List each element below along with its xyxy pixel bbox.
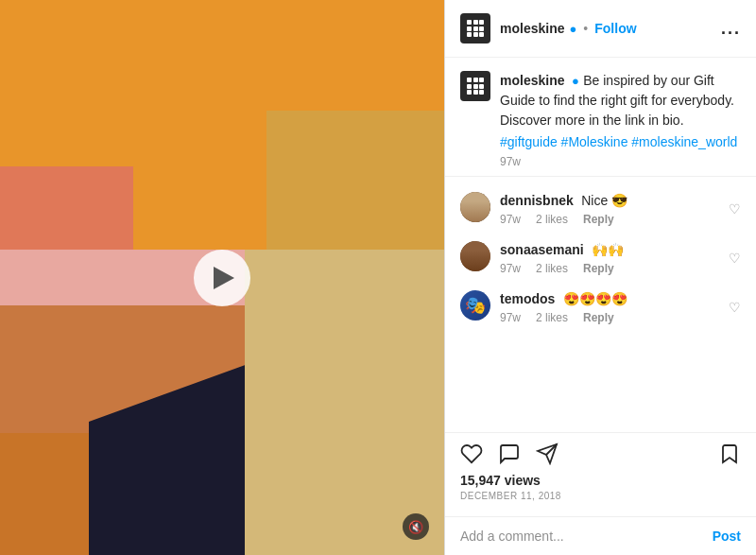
verified-badge-icon: ● <box>569 22 576 36</box>
caption-area: moleskine ● Be inspired by our Gift Guid… <box>445 58 756 177</box>
actions-bar: 15,947 views December 11, 2018 <box>445 432 756 516</box>
mute-button[interactable]: 🔇 <box>403 513 429 540</box>
caption-time: 97w <box>500 155 741 168</box>
comment-body: dennisbnek Nice 😎 97w 2 likes Reply <box>500 192 741 226</box>
comment-heart-icon-2[interactable]: ♡ <box>729 300 741 315</box>
comment-text-1: 🙌🙌 <box>592 242 624 257</box>
bookmark-button[interactable] <box>718 442 741 465</box>
comment-avatar-sona[interactable] <box>460 241 490 271</box>
caption-hashtags[interactable]: #giftguide #Moleskine #moleskine_world <box>500 134 741 149</box>
comment-likes-0: 2 likes <box>536 213 568 226</box>
caption-avatar[interactable] <box>460 71 490 101</box>
header-username-area: moleskine ● • Follow <box>500 21 713 36</box>
comment-time-1: 97w <box>500 262 521 275</box>
caption-verified-icon: ● <box>572 74 579 88</box>
more-options-button[interactable]: ... <box>721 19 741 39</box>
add-comment-row: Post <box>445 516 756 555</box>
comment-avatar-dennis[interactable] <box>460 192 490 222</box>
dot-separator: • <box>583 21 588 36</box>
share-button[interactable] <box>536 442 558 465</box>
comment-body: sonaasemani 🙌🙌 97w 2 likes Reply <box>500 241 741 275</box>
comment-item: sonaasemani 🙌🙌 97w 2 likes Reply ♡ <box>445 234 756 283</box>
post-comment-button[interactable]: Post <box>713 529 741 544</box>
comments-area: dennisbnek Nice 😎 97w 2 likes Reply ♡ so… <box>445 177 756 432</box>
comment-body: temodos 😍😍😍😍 97w 2 likes Reply <box>500 290 741 324</box>
info-panel: moleskine ● • Follow ... <box>444 0 756 555</box>
add-comment-input[interactable] <box>460 529 713 544</box>
caption-logo-icon <box>467 78 484 95</box>
header-username[interactable]: moleskine <box>500 21 564 36</box>
comment-item: dennisbnek Nice 😎 97w 2 likes Reply ♡ <box>445 184 756 234</box>
comment-likes-2: 2 likes <box>536 311 568 324</box>
caption-username[interactable]: moleskine <box>500 73 564 88</box>
views-count: 15,947 views <box>460 473 741 488</box>
post-header: moleskine ● • Follow ... <box>445 0 756 58</box>
comment-heart-icon-0[interactable]: ♡ <box>729 201 741 217</box>
comment-reply-2[interactable]: Reply <box>583 311 614 324</box>
post-date: December 11, 2018 <box>460 491 741 501</box>
comment-time-0: 97w <box>500 213 521 226</box>
play-button[interactable] <box>194 250 250 306</box>
comment-item: 🎭 temodos 😍😍😍😍 97w 2 likes Reply ♡ <box>445 283 756 332</box>
follow-button[interactable]: Follow <box>594 21 636 36</box>
mute-icon: 🔇 <box>408 520 423 534</box>
comment-username-1[interactable]: sonaasemani <box>500 242 584 257</box>
comment-button[interactable] <box>498 442 521 465</box>
play-icon <box>214 267 234 289</box>
comment-text-0: Nice 😎 <box>581 193 627 208</box>
comment-reply-0[interactable]: Reply <box>583 213 614 226</box>
caption-content: moleskine ● Be inspired by our Gift Guid… <box>500 71 741 168</box>
comment-reply-1[interactable]: Reply <box>583 262 614 275</box>
comment-username-2[interactable]: temodos <box>500 291 555 306</box>
moleskine-logo-icon <box>467 20 484 37</box>
comment-likes-1: 2 likes <box>536 262 568 275</box>
comment-username-0[interactable]: dennisbnek <box>500 193 574 208</box>
video-panel: 🔇 <box>0 0 444 555</box>
comment-time-2: 97w <box>500 311 521 324</box>
comment-avatar-temodos[interactable]: 🎭 <box>460 290 490 321</box>
comment-heart-icon-1[interactable]: ♡ <box>729 251 741 266</box>
like-button[interactable] <box>460 442 483 465</box>
comment-text-2: 😍😍😍😍 <box>563 291 627 306</box>
header-avatar[interactable] <box>460 13 490 43</box>
